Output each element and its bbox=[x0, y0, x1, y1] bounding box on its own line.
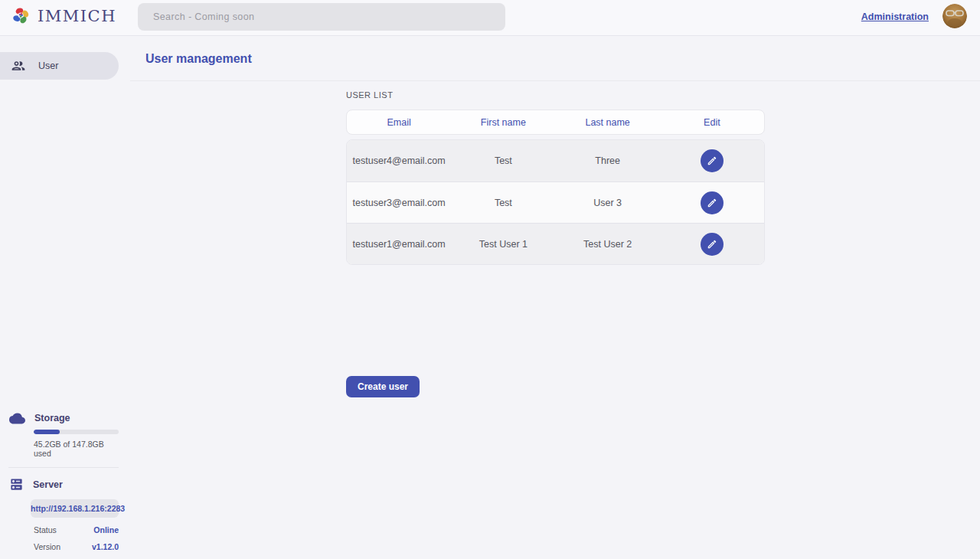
server-section-header: Server bbox=[0, 477, 130, 492]
storage-label: Storage bbox=[34, 413, 70, 423]
main-content: User management USER LIST Email First na… bbox=[130, 37, 980, 559]
storage-progress-bar bbox=[34, 430, 119, 434]
search-input[interactable] bbox=[138, 3, 505, 31]
user-row: testuser1@email.com Test User 1 Test Use… bbox=[347, 223, 764, 264]
pencil-icon bbox=[707, 198, 717, 208]
storage-section-header: Storage bbox=[0, 412, 130, 424]
server-url-chip: http://192.168.1.216:2283 bbox=[31, 499, 119, 518]
group-icon bbox=[11, 58, 26, 74]
status-label: Status bbox=[34, 525, 57, 534]
column-header-first-name: First name bbox=[451, 117, 555, 128]
edit-user-button[interactable] bbox=[701, 149, 724, 172]
user-list-section: USER LIST Email First name Last name Edi… bbox=[346, 90, 765, 265]
cell-first-name: Test bbox=[451, 198, 555, 208]
cell-email: testuser1@email.com bbox=[347, 239, 451, 250]
top-navigation-bar: IMMICH Administration bbox=[0, 0, 980, 36]
cell-last-name: Three bbox=[556, 155, 660, 166]
column-header-last-name: Last name bbox=[556, 117, 660, 128]
status-value: Online bbox=[93, 525, 119, 534]
administration-link[interactable]: Administration bbox=[861, 11, 929, 22]
server-label: Server bbox=[33, 479, 63, 490]
server-status-row: Status Online bbox=[34, 525, 119, 534]
pencil-icon bbox=[707, 155, 717, 166]
cell-first-name: Test User 1 bbox=[451, 239, 555, 250]
sidebar-item-label: User bbox=[38, 60, 58, 71]
edit-user-button[interactable] bbox=[701, 191, 724, 214]
storage-usage-text: 45.2GB of 147.8GB used bbox=[34, 440, 119, 458]
edit-user-button[interactable] bbox=[701, 233, 724, 256]
user-avatar[interactable] bbox=[942, 4, 967, 28]
server-icon bbox=[9, 477, 24, 492]
cell-last-name: Test User 2 bbox=[556, 239, 660, 250]
user-row: testuser4@email.com Test Three bbox=[347, 140, 764, 181]
cell-last-name: User 3 bbox=[556, 198, 660, 208]
column-header-email: Email bbox=[347, 117, 451, 128]
immich-logo[interactable]: IMMICH bbox=[11, 5, 116, 26]
sidebar-status-panel: Storage 45.2GB of 147.8GB used Server ht… bbox=[0, 412, 130, 551]
immich-flower-icon bbox=[11, 5, 31, 26]
cloud-icon bbox=[9, 412, 25, 424]
cell-email: testuser3@email.com bbox=[347, 198, 451, 208]
version-label: Version bbox=[34, 542, 60, 551]
page-header: User management bbox=[130, 37, 980, 81]
version-value: v1.12.0 bbox=[92, 542, 119, 551]
create-user-button[interactable]: Create user bbox=[346, 376, 420, 397]
user-table-header: Email First name Last name Edit bbox=[346, 110, 765, 135]
user-row: testuser3@email.com Test User 3 bbox=[347, 181, 764, 223]
server-version-row: Version v1.12.0 bbox=[34, 542, 119, 551]
cell-email: testuser4@email.com bbox=[347, 155, 451, 166]
user-table-body: testuser4@email.com Test Three bbox=[346, 139, 765, 265]
pencil-icon bbox=[707, 239, 717, 250]
page-title: User management bbox=[145, 52, 252, 66]
cell-first-name: Test bbox=[451, 155, 555, 166]
column-header-edit: Edit bbox=[660, 117, 764, 128]
storage-progress-fill bbox=[34, 430, 60, 434]
sidebar-divider bbox=[8, 467, 119, 468]
sidebar: User Storage 45.2GB of 147.8GB used bbox=[0, 37, 130, 559]
sidebar-item-user[interactable]: User bbox=[0, 52, 119, 80]
user-list-label: USER LIST bbox=[346, 90, 765, 100]
app-title: IMMICH bbox=[38, 7, 116, 25]
